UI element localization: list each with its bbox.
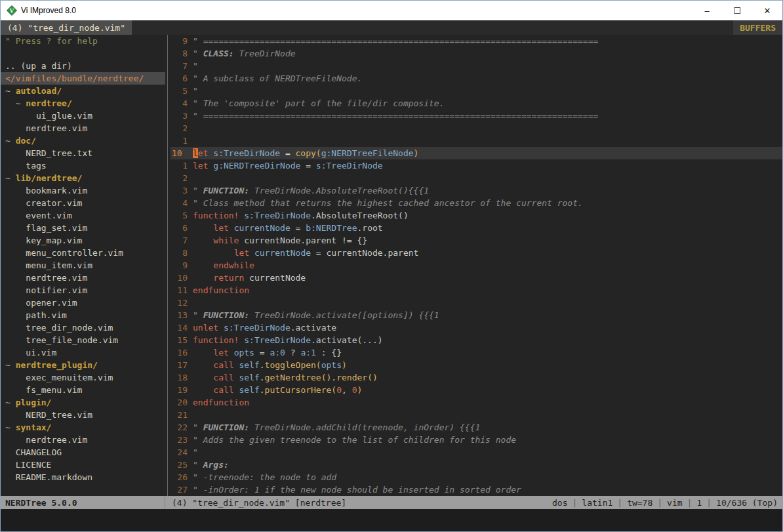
- code-line[interactable]: 26" -treenode: the node to add: [171, 471, 782, 483]
- code-line[interactable]: 13" FUNCTION: TreeDirNode.activate([opti…: [171, 309, 782, 321]
- code-line-current[interactable]: 10let s:TreeDirNode = copy(g:NERDTreeFil…: [171, 147, 782, 159]
- maximize-button[interactable]: ☐: [722, 1, 752, 20]
- line-number: 7: [171, 60, 188, 72]
- code-line[interactable]: 11endfunction: [171, 284, 782, 297]
- text-segment: [249, 248, 254, 258]
- code-line[interactable]: 8" CLASS: TreeDirNode: [171, 47, 782, 60]
- tree-item[interactable]: nerdtree.vim: [1, 122, 165, 134]
- nerdtree-status: NERDTree 5.0.0: [1, 496, 165, 509]
- code-line[interactable]: 5function! s:TreeDirNode.AbsoluteTreeRoo…: [171, 209, 782, 222]
- code-line[interactable]: 17 call self.toggleOpen(opts): [171, 359, 782, 371]
- text-segment: ": [193, 422, 203, 432]
- code-line[interactable]: 18 call self.getNerdtree().render(): [171, 371, 782, 384]
- tree-item[interactable]: menu_controller.vim: [1, 247, 165, 259]
- code-line[interactable]: 20endfunction: [171, 396, 782, 409]
- tree-item[interactable]: ~ nerdtree/: [1, 97, 165, 110]
- line-number: 20: [171, 396, 188, 409]
- code-line[interactable]: 1let g:NERDTreeDirNode = s:TreeDirNode: [171, 159, 782, 172]
- code-text: " FUNCTION: TreeDirNode.AbsoluteTreeRoot…: [193, 184, 429, 197]
- tree-item[interactable]: " Press ? for help: [1, 35, 165, 47]
- code-line[interactable]: 4" Class method that returns the highest…: [171, 197, 782, 209]
- minimize-button[interactable]: –: [692, 1, 722, 20]
- tree-item[interactable]: ~ lib/nerdtree/: [1, 172, 165, 184]
- code-line[interactable]: 9" =====================================…: [171, 35, 782, 47]
- tree-item[interactable]: LICENCE: [1, 459, 165, 471]
- line-number: 3: [171, 110, 188, 122]
- code-line[interactable]: 4" The 'composite' part of the file/dir …: [171, 97, 782, 110]
- tree-item[interactable]: tags: [1, 159, 165, 172]
- tree-item[interactable]: CHANGELOG: [1, 446, 165, 459]
- code-line[interactable]: 12: [171, 297, 782, 309]
- tree-item[interactable]: ~ plugin/: [1, 396, 165, 409]
- tree-item[interactable]: flag_set.vim: [1, 222, 165, 234]
- window-separator[interactable]: [165, 35, 171, 496]
- tree-item[interactable]: path.vim: [1, 309, 165, 321]
- tree-item[interactable]: tree_dir_node.vim: [1, 321, 165, 334]
- code-line[interactable]: 10 return currentNode: [171, 272, 782, 284]
- text-segment: " Adds the given treenode to the list of…: [193, 435, 516, 445]
- tab-buffer-4[interactable]: (4) "tree_dir_node.vim": [1, 20, 132, 35]
- tree-item[interactable]: creator.vim: [1, 197, 165, 209]
- tree-item[interactable]: ~ autoload/: [1, 85, 165, 97]
- tree-item[interactable]: key_map.vim: [1, 234, 165, 247]
- text-segment: call: [213, 385, 233, 395]
- code-line[interactable]: 27" -inOrder: 1 if the new node should b…: [171, 483, 782, 496]
- code-line[interactable]: 25" Args:: [171, 459, 782, 471]
- tree-item[interactable]: ~ doc/: [1, 134, 165, 147]
- vim-logo-icon: V: [7, 5, 17, 16]
- tree-item[interactable]: event.vim: [1, 209, 165, 222]
- tree-root-item[interactable]: </vimfiles/bundle/nerdtree/: [1, 72, 165, 85]
- close-button[interactable]: ✕: [752, 1, 782, 20]
- tree-item[interactable]: ~ syntax/: [1, 421, 165, 434]
- status-separator: |: [572, 498, 578, 508]
- tree-item[interactable]: bookmark.vim: [1, 184, 165, 197]
- code-text: function! s:TreeDirNode.activate(...): [193, 334, 383, 346]
- code-line[interactable]: 3" FUNCTION: TreeDirNode.AbsoluteTreeRoo…: [171, 184, 782, 197]
- tree-item[interactable]: NERD_tree.txt: [1, 147, 165, 159]
- code-line[interactable]: 16 let opts = a:0 ? a:1 : {}: [171, 346, 782, 359]
- text-segment: opener.vim: [5, 298, 77, 308]
- tree-item[interactable]: ui_glue.vim: [1, 110, 165, 122]
- tree-item[interactable]: ui.vim: [1, 346, 165, 359]
- tree-item[interactable]: NERD_tree.vim: [1, 409, 165, 421]
- code-line[interactable]: 23" Adds the given treenode to the list …: [171, 434, 782, 446]
- code-line[interactable]: 8 let currentNode = currentNode.parent: [171, 247, 782, 259]
- code-line[interactable]: 9 endwhile: [171, 259, 782, 272]
- code-line[interactable]: 15function! s:TreeDirNode.activate(...): [171, 334, 782, 346]
- line-number: 1: [171, 159, 188, 172]
- tree-item[interactable]: fs_menu.vim: [1, 384, 165, 396]
- tree-item[interactable]: .. (up a dir): [1, 60, 165, 72]
- text-segment: [218, 323, 224, 333]
- code-line[interactable]: 19 call self.putCursorHere(0, 0): [171, 384, 782, 396]
- tree-item[interactable]: nerdtree.vim: [1, 434, 165, 446]
- tree-item[interactable]: menu_item.vim: [1, 259, 165, 272]
- status-bar: NERDTree 5.0.0 (4) "tree_dir_node.vim" […: [1, 496, 782, 509]
- code-line[interactable]: 1: [171, 134, 782, 147]
- code-line[interactable]: 21: [171, 409, 782, 421]
- code-line[interactable]: 5": [171, 85, 782, 97]
- code-line[interactable]: 22" FUNCTION: TreeDirNode.addChild(treen…: [171, 421, 782, 434]
- code-line[interactable]: 7 while currentNode.parent != {}: [171, 234, 782, 247]
- tree-item[interactable]: README.markdown: [1, 471, 165, 483]
- tree-item[interactable]: opener.vim: [1, 297, 165, 309]
- command-line[interactable]: [1, 509, 782, 531]
- code-line[interactable]: 7": [171, 60, 782, 72]
- code-text: while currentNode.parent != {}: [193, 234, 367, 247]
- title-bar[interactable]: V Vi IMproved 8.0 – ☐ ✕: [1, 1, 782, 20]
- tree-item[interactable]: nerdtree.vim: [1, 272, 165, 284]
- code-line[interactable]: 2: [171, 122, 782, 134]
- tree-item[interactable]: notifier.vim: [1, 284, 165, 297]
- code-line[interactable]: 6 let currentNode = b:NERDTree.root: [171, 222, 782, 234]
- code-line[interactable]: 14unlet s:TreeDirNode.activate: [171, 321, 782, 334]
- tree-item[interactable]: exec_menuitem.vim: [1, 371, 165, 384]
- status-token: dos: [552, 498, 567, 508]
- code-line[interactable]: 24": [171, 446, 782, 459]
- text-segment: TreeDirNode.AbsoluteTreeRoot(){{{1: [254, 186, 429, 195]
- tree-item[interactable]: tree_file_node.vim: [1, 334, 165, 346]
- code-line[interactable]: 2: [171, 172, 782, 184]
- code-line[interactable]: 3" =====================================…: [171, 110, 782, 122]
- code-line[interactable]: 6" A subclass of NERDTreeFileNode.: [171, 72, 782, 85]
- tree-item[interactable]: [1, 47, 165, 60]
- tree-item[interactable]: ~ nerdtree_plugin/: [1, 359, 165, 371]
- text-segment: ": [193, 310, 203, 320]
